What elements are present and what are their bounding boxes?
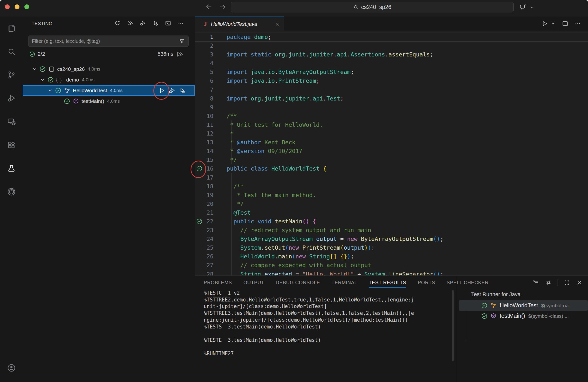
filter-icon[interactable]: [179, 38, 185, 44]
panel-tab-problems[interactable]: PROBLEMS: [204, 276, 232, 289]
runner-test-label: HelloWorldTest: [500, 302, 538, 309]
code-line-21[interactable]: 21 @Test: [195, 208, 588, 217]
run-all-icon[interactable]: [127, 20, 133, 26]
code-line-4[interactable]: 4: [195, 59, 588, 68]
search-icon: [7, 47, 16, 56]
code-line-3[interactable]: 3import static org.junit.jupiter.api.Ass…: [195, 50, 588, 59]
line-number: 2: [200, 41, 213, 50]
code-line-1[interactable]: 1package demo;: [195, 33, 588, 41]
test-tree-item-helloworldtest[interactable]: HelloWorldTest4.0ms: [23, 85, 195, 96]
activity-item-account[interactable]: [0, 356, 23, 380]
forward-arrow-icon[interactable]: [219, 3, 226, 10]
runner-row-helloworldtest[interactable]: HelloWorldTest$(symbol-na...: [459, 300, 588, 311]
panel-tab-ports[interactable]: PORTS: [418, 276, 435, 289]
coverage-run-icon[interactable]: [152, 20, 159, 26]
passed-ratio: 2/2: [38, 51, 45, 57]
code-line-27[interactable]: 27 // compare expected with actual outpu…: [195, 261, 588, 270]
copilot-chat-icon[interactable]: [519, 3, 527, 11]
chevron-down-icon[interactable]: [47, 87, 53, 94]
activity-item-run-and-debug[interactable]: [0, 87, 23, 110]
code-line-9[interactable]: 9: [195, 103, 588, 112]
test-tree-item-testmain[interactable]: testMain()4.0ms: [23, 96, 195, 107]
code-line-2[interactable]: 2: [195, 41, 588, 50]
debug-run-icon[interactable]: [139, 20, 146, 26]
code-line-10[interactable]: 10/**: [195, 112, 588, 121]
test-label: testMain(): [82, 98, 104, 104]
run-dropdown-button[interactable]: [550, 21, 555, 26]
pass-check-icon: [63, 98, 70, 105]
debug-test-button[interactable]: [168, 87, 175, 94]
code-line-11[interactable]: 11 * Unit test for HelloWorld.: [195, 121, 588, 129]
code-editor[interactable]: 1package demo;23import static org.junit.…: [195, 31, 588, 277]
tab-helloworldtest-java[interactable]: J HelloWorldTest.java: [195, 17, 284, 31]
line-number: 10: [200, 112, 213, 121]
code-line-16[interactable]: 16public class HelloWorldTest {: [195, 164, 588, 173]
activity-item-search[interactable]: [0, 40, 23, 63]
chevron-down-icon[interactable]: [530, 5, 535, 10]
rerun-icon[interactable]: [176, 51, 184, 58]
namespace-icon: { }: [56, 77, 65, 83]
panel-tab-terminal[interactable]: TERMINAL: [332, 276, 357, 289]
pass-check-icon: [39, 66, 46, 73]
code-line-12[interactable]: 12 *: [195, 129, 588, 138]
code-line-5[interactable]: 5import java.io.ByteArrayOutputStream;: [195, 68, 588, 76]
test-method-icon: [490, 312, 497, 320]
console-row: %RUNTIME27: [204, 350, 454, 357]
test-class-icon: [63, 87, 71, 94]
split-editor-button[interactable]: [562, 20, 568, 27]
traffic-light-minimize[interactable]: [15, 4, 20, 9]
runner-test-detail: $(symbol-na...: [541, 303, 573, 308]
code-line-24[interactable]: 24 ByteArrayOutputStream output = new By…: [195, 235, 588, 243]
traffic-light-zoom[interactable]: [24, 4, 29, 9]
code-line-25[interactable]: 25 System.setOut(new PrintStream(output)…: [195, 243, 588, 252]
activity-item-extensions[interactable]: [0, 133, 23, 157]
chevron-down-icon[interactable]: [31, 66, 38, 72]
test-summary: 2/2 536ms: [23, 51, 195, 58]
panel-tab-debug-console[interactable]: DEBUG CONSOLE: [276, 276, 320, 289]
traffic-light-close[interactable]: [5, 4, 10, 9]
test-filter-input[interactable]: Filter (e.g. text, !exclude, @tag): [28, 36, 189, 47]
code-line-14[interactable]: 14 * @version 09/10/2017: [195, 147, 588, 156]
debug-icon: [7, 94, 16, 103]
back-arrow-icon[interactable]: [205, 3, 212, 10]
run-java-button[interactable]: [541, 20, 548, 27]
activity-item-testing[interactable]: [0, 157, 23, 180]
code-line-17[interactable]: 17: [195, 173, 588, 182]
editor-group: J HelloWorldTest.java 1package demo;23im…: [195, 17, 588, 275]
console-icon[interactable]: [165, 20, 171, 26]
flask-icon: [7, 164, 16, 173]
close-icon[interactable]: [275, 21, 280, 27]
activity-item-explorer[interactable]: [0, 17, 23, 40]
coverage-test-button[interactable]: [178, 87, 186, 94]
code-line-18[interactable]: 18 /**: [195, 182, 588, 191]
test-tree-item-demo[interactable]: { }demo4.0ms: [23, 75, 195, 85]
chevron-down-icon[interactable]: [40, 77, 46, 83]
runner-row-testmain[interactable]: testMain()$(symbol-class) ...: [459, 311, 588, 321]
code-line-15[interactable]: 15 */: [195, 156, 588, 164]
console-row: %TSTTREE2,demo.HelloWorldTest,true,1,fal…: [204, 297, 454, 303]
more-editor-actions-button[interactable]: [574, 20, 581, 27]
activity-item-source-control[interactable]: [0, 63, 23, 87]
panel-tab-test-results[interactable]: TEST RESULTS: [369, 276, 406, 289]
run-test-button[interactable]: [158, 87, 165, 94]
test-tree-item-cs240sp26[interactable]: cs240_sp264.0ms: [23, 64, 195, 75]
code-line-20[interactable]: 20 */: [195, 200, 588, 208]
code-line-7[interactable]: 7: [195, 85, 588, 94]
activity-item-remote-explorer[interactable]: [0, 110, 23, 133]
command-center-search[interactable]: cs240_sp26: [231, 2, 514, 12]
test-results-console[interactable]: %TESTC 1 v2%TSTTREE2,demo.HelloWorldTest…: [204, 290, 454, 357]
code-line-8[interactable]: 8import org.junit.jupiter.api.Test;: [195, 94, 588, 103]
code-line-6[interactable]: 6import java.io.PrintStream;: [195, 76, 588, 85]
line-number: 6: [200, 76, 213, 85]
code-line-13[interactable]: 13 * @author Kent Beck: [195, 138, 588, 147]
more-icon[interactable]: [177, 20, 184, 26]
console-scrollbar[interactable]: [452, 290, 454, 361]
code-line-22[interactable]: 22 public void testMain() {: [195, 217, 588, 226]
refresh-icon[interactable]: [114, 20, 121, 26]
code-line-19[interactable]: 19 * Test the main method.: [195, 191, 588, 200]
code-line-26[interactable]: 26 HelloWorld.main(new String[] {});: [195, 252, 588, 261]
pass-check-icon: [55, 87, 62, 94]
code-line-23[interactable]: 23 // redirect system output and run mai…: [195, 226, 588, 235]
activity-item-github[interactable]: [0, 180, 23, 203]
panel-tab-output[interactable]: OUTPUT: [243, 276, 264, 289]
